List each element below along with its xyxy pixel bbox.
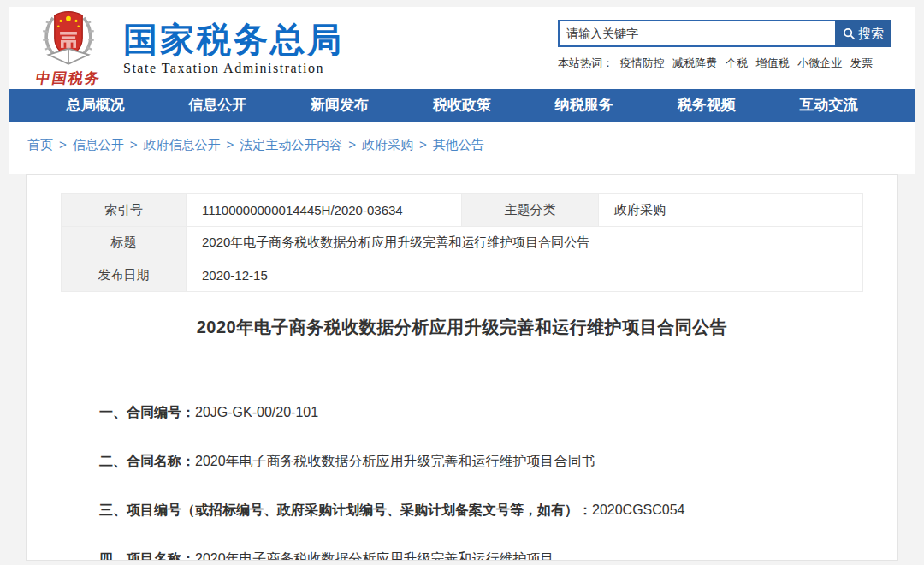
- project-number-value: 2020CGSC054: [592, 503, 685, 517]
- hotword-link[interactable]: 疫情防控: [620, 56, 665, 69]
- hotword-link[interactable]: 减税降费: [672, 56, 717, 69]
- meta-value-pubdate: 2020-12-15: [187, 259, 863, 292]
- page-wrapper: 中国税务 国家税务总局 State Taxation Administratio…: [9, 7, 915, 561]
- search-area: 搜索 本站热词： 疫情防控 减税降费 个税 增值税 小微企业 发票: [558, 20, 891, 71]
- site-title-en: State Taxation Administration: [123, 61, 344, 76]
- breadcrumb-gov-info[interactable]: 政府信息公开: [144, 137, 221, 152]
- main-nav: 总局概况 信息公开 新闻发布 税收政策 纳税服务 税务视频 互动交流: [9, 89, 915, 122]
- hotword-link[interactable]: 增值税: [756, 56, 790, 69]
- hotwords-label: 本站热词：: [558, 56, 613, 69]
- hotword-link[interactable]: 个税: [726, 56, 748, 69]
- site-header: 中国税务 国家税务总局 State Taxation Administratio…: [9, 7, 915, 89]
- table-row: 索引号 11100000000014445H/2020-03634 主题分类 政…: [62, 194, 863, 227]
- project-name-label: 四、项目名称：: [99, 551, 195, 561]
- hotword-link[interactable]: 发票: [850, 56, 873, 69]
- contract-name-line: 二、合同名称：2020年电子商务税收数据分析应用升级完善和运行维护项目合同书: [99, 453, 825, 470]
- hotword-link[interactable]: 小微企业: [797, 56, 842, 69]
- site-names: 国家税务总局 State Taxation Administration: [123, 21, 344, 76]
- contract-name-label: 二、合同名称：: [99, 454, 195, 468]
- table-row: 发布日期 2020-12-15: [62, 259, 863, 292]
- breadcrumb-gov-procurement[interactable]: 政府采购: [362, 137, 413, 152]
- search-button-label: 搜索: [858, 26, 884, 42]
- contract-number-label: 一、合同编号：: [99, 405, 195, 419]
- project-number-label: 三、项目编号（或招标编号、政府采购计划编号、采购计划备案文号等，如有）：: [99, 503, 592, 517]
- nav-item-info-disclosure[interactable]: 信息公开: [188, 89, 246, 122]
- meta-label-index: 索引号: [62, 194, 187, 227]
- meta-label-pubdate: 发布日期: [62, 259, 187, 292]
- nav-item-tax-service[interactable]: 纳税服务: [555, 89, 613, 122]
- project-name-value: 2020年电子商务税收数据分析应用升级完善和运行维护项目: [195, 551, 554, 561]
- contract-number-line: 一、合同编号：20JG-GK-00/20-101: [99, 404, 825, 421]
- breadcrumb: 首页>信息公开>政府信息公开>法定主动公开内容>政府采购>其他公告: [9, 122, 915, 174]
- nav-item-overview[interactable]: 总局概况: [66, 89, 124, 122]
- breadcrumb-separator: >: [348, 137, 356, 152]
- breadcrumb-info-disclosure[interactable]: 信息公开: [73, 137, 124, 152]
- nav-item-tax-policy[interactable]: 税收政策: [433, 89, 491, 122]
- table-row: 标题 2020年电子商务税收数据分析应用升级完善和运行维护项目合同公告: [62, 227, 863, 259]
- search-icon: [843, 27, 856, 40]
- breadcrumb-statutory-disclosure[interactable]: 法定主动公开内容: [240, 137, 342, 152]
- article-title: 2020年电子商务税收数据分析应用升级完善和运行维护项目合同公告: [27, 316, 897, 339]
- breadcrumb-separator: >: [59, 137, 67, 152]
- meta-value-topic: 政府采购: [599, 194, 863, 227]
- breadcrumb-other-notices[interactable]: 其他公告: [433, 137, 484, 152]
- search-button[interactable]: 搜索: [835, 20, 891, 47]
- project-number-line: 三、项目编号（或招标编号、政府采购计划编号、采购计划备案文号等，如有）：2020…: [99, 502, 825, 519]
- meta-value-index: 11100000000014445H/2020-03634: [187, 194, 462, 227]
- project-name-line: 四、项目名称：2020年电子商务税收数据分析应用升级完善和运行维护项目: [99, 550, 825, 561]
- hotwords-bar: 本站热词： 疫情防控 减税降费 个税 增值税 小微企业 发票: [558, 56, 891, 71]
- document-meta-table: 索引号 11100000000014445H/2020-03634 主题分类 政…: [61, 193, 863, 292]
- nav-item-tax-video[interactable]: 税务视频: [678, 89, 736, 122]
- nav-item-interaction[interactable]: 互动交流: [799, 89, 857, 122]
- search-input[interactable]: [558, 20, 835, 47]
- article-body: 一、合同编号：20JG-GK-00/20-101 二、合同名称：2020年电子商…: [27, 404, 897, 561]
- breadcrumb-home[interactable]: 首页: [27, 137, 53, 152]
- breadcrumb-separator: >: [130, 137, 138, 152]
- article-panel: 索引号 11100000000014445H/2020-03634 主题分类 政…: [26, 174, 898, 561]
- logo-calligraphy: 中国税务: [19, 68, 118, 88]
- site-logo[interactable]: 中国税务: [21, 9, 116, 88]
- breadcrumb-separator: >: [227, 137, 234, 152]
- site-title-cn: 国家税务总局: [123, 21, 344, 58]
- breadcrumb-separator: >: [419, 137, 427, 152]
- contract-number-value: 20JG-GK-00/20-101: [195, 405, 318, 419]
- meta-value-title: 2020年电子商务税收数据分析应用升级完善和运行维护项目合同公告: [187, 227, 863, 259]
- tax-emblem-icon: [38, 9, 99, 70]
- contract-name-value: 2020年电子商务税收数据分析应用升级完善和运行维护项目合同书: [195, 454, 595, 468]
- nav-item-news[interactable]: 新闻发布: [311, 89, 369, 122]
- meta-label-title: 标题: [62, 227, 187, 259]
- meta-label-topic: 主题分类: [462, 194, 599, 227]
